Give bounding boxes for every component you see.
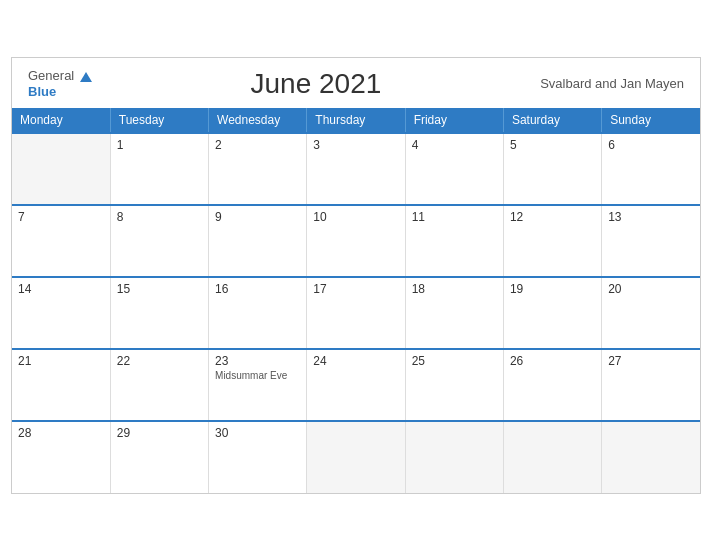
day-cell: 16 bbox=[209, 277, 307, 349]
calendar-grid: Monday Tuesday Wednesday Thursday Friday… bbox=[12, 108, 700, 493]
day-number: 6 bbox=[608, 138, 615, 152]
day-number: 25 bbox=[412, 354, 425, 368]
day-number: 1 bbox=[117, 138, 124, 152]
day-cell: 28 bbox=[12, 421, 110, 493]
week-row-3: 212223Midsummar Eve24252627 bbox=[12, 349, 700, 421]
day-number: 17 bbox=[313, 282, 326, 296]
day-number: 21 bbox=[18, 354, 31, 368]
day-cell: 9 bbox=[209, 205, 307, 277]
day-cell: 30 bbox=[209, 421, 307, 493]
day-cell: 10 bbox=[307, 205, 405, 277]
calendar-title: June 2021 bbox=[92, 68, 541, 100]
day-cell: 29 bbox=[110, 421, 208, 493]
logo-general: General bbox=[28, 68, 74, 83]
day-number: 29 bbox=[117, 426, 130, 440]
day-number: 16 bbox=[215, 282, 228, 296]
logo-triangle-icon bbox=[80, 72, 92, 82]
day-cell: 2 bbox=[209, 133, 307, 205]
day-number: 26 bbox=[510, 354, 523, 368]
weekday-saturday: Saturday bbox=[503, 108, 601, 133]
day-cell: 22 bbox=[110, 349, 208, 421]
weekday-wednesday: Wednesday bbox=[209, 108, 307, 133]
day-cell: 13 bbox=[602, 205, 700, 277]
day-number: 4 bbox=[412, 138, 419, 152]
day-cell: 4 bbox=[405, 133, 503, 205]
day-cell: 19 bbox=[503, 277, 601, 349]
day-cell: 20 bbox=[602, 277, 700, 349]
weekday-header-row: Monday Tuesday Wednesday Thursday Friday… bbox=[12, 108, 700, 133]
week-row-2: 14151617181920 bbox=[12, 277, 700, 349]
weekday-sunday: Sunday bbox=[602, 108, 700, 133]
day-cell: 1 bbox=[110, 133, 208, 205]
day-cell: 7 bbox=[12, 205, 110, 277]
calendar-header: General Blue June 2021 Svalbard and Jan … bbox=[12, 58, 700, 108]
weekday-friday: Friday bbox=[405, 108, 503, 133]
weekday-monday: Monday bbox=[12, 108, 110, 133]
calendar-region: Svalbard and Jan Mayen bbox=[540, 76, 684, 91]
day-cell: 8 bbox=[110, 205, 208, 277]
day-number: 8 bbox=[117, 210, 124, 224]
day-number: 13 bbox=[608, 210, 621, 224]
event-label: Midsummar Eve bbox=[215, 370, 300, 381]
day-cell: 17 bbox=[307, 277, 405, 349]
day-cell bbox=[307, 421, 405, 493]
weekday-thursday: Thursday bbox=[307, 108, 405, 133]
day-cell: 12 bbox=[503, 205, 601, 277]
day-number: 28 bbox=[18, 426, 31, 440]
day-number: 20 bbox=[608, 282, 621, 296]
day-cell: 11 bbox=[405, 205, 503, 277]
day-cell: 24 bbox=[307, 349, 405, 421]
day-number: 30 bbox=[215, 426, 228, 440]
day-cell: 3 bbox=[307, 133, 405, 205]
weekday-tuesday: Tuesday bbox=[110, 108, 208, 133]
day-number: 19 bbox=[510, 282, 523, 296]
day-number: 14 bbox=[18, 282, 31, 296]
day-number: 10 bbox=[313, 210, 326, 224]
day-cell: 23Midsummar Eve bbox=[209, 349, 307, 421]
day-number: 7 bbox=[18, 210, 25, 224]
logo: General Blue bbox=[28, 68, 92, 99]
day-number: 12 bbox=[510, 210, 523, 224]
day-number: 23 bbox=[215, 354, 228, 368]
day-cell: 21 bbox=[12, 349, 110, 421]
day-cell: 5 bbox=[503, 133, 601, 205]
day-number: 9 bbox=[215, 210, 222, 224]
day-number: 24 bbox=[313, 354, 326, 368]
day-number: 2 bbox=[215, 138, 222, 152]
day-number: 27 bbox=[608, 354, 621, 368]
day-number: 18 bbox=[412, 282, 425, 296]
day-number: 11 bbox=[412, 210, 425, 224]
calendar-container: General Blue June 2021 Svalbard and Jan … bbox=[11, 57, 701, 494]
day-cell: 26 bbox=[503, 349, 601, 421]
day-number: 15 bbox=[117, 282, 130, 296]
day-cell bbox=[602, 421, 700, 493]
day-cell: 15 bbox=[110, 277, 208, 349]
day-cell: 25 bbox=[405, 349, 503, 421]
day-cell: 18 bbox=[405, 277, 503, 349]
week-row-0: 123456 bbox=[12, 133, 700, 205]
day-cell bbox=[405, 421, 503, 493]
week-row-1: 78910111213 bbox=[12, 205, 700, 277]
day-cell bbox=[503, 421, 601, 493]
day-number: 22 bbox=[117, 354, 130, 368]
day-cell: 6 bbox=[602, 133, 700, 205]
day-number: 5 bbox=[510, 138, 517, 152]
day-cell: 27 bbox=[602, 349, 700, 421]
week-row-4: 282930 bbox=[12, 421, 700, 493]
day-number: 3 bbox=[313, 138, 320, 152]
logo-text: General bbox=[28, 68, 92, 84]
day-cell bbox=[12, 133, 110, 205]
logo-blue: Blue bbox=[28, 84, 56, 99]
day-cell: 14 bbox=[12, 277, 110, 349]
